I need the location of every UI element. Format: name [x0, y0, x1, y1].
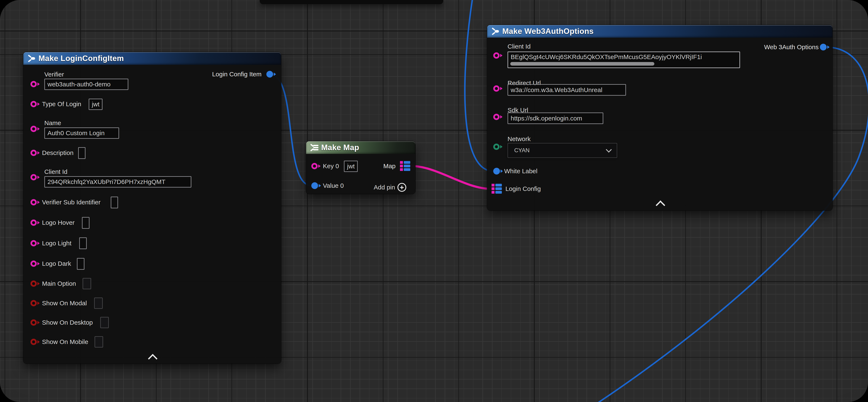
- logo-dark-input[interactable]: [77, 258, 85, 270]
- value-0-pin[interactable]: [311, 182, 321, 189]
- node-make-map[interactable]: Make MapKey 0jwtValue 0MapAdd pin+: [306, 141, 415, 194]
- description-pin[interactable]: [30, 149, 40, 156]
- pin-arrow: [37, 82, 40, 86]
- pin-arrow: [37, 282, 40, 285]
- key-0-input[interactable]: jwt: [344, 161, 358, 172]
- login-config-item-output-pin[interactable]: [267, 71, 276, 78]
- show-on-mobile-pin[interactable]: [30, 339, 40, 345]
- client-id-pin[interactable]: [493, 52, 502, 59]
- pin-arrow: [37, 176, 40, 179]
- network-pin[interactable]: [493, 143, 502, 150]
- show-on-desktop-label: Show On Desktop: [42, 318, 93, 326]
- sdk-url-value: https://sdk.openlogin.com: [511, 115, 582, 122]
- type-of-login-label: Type Of Login: [42, 100, 81, 108]
- key-0-pin[interactable]: [311, 163, 320, 169]
- node-make-web3auth-options[interactable]: Make Web3AuthOptionsClient IdBEglQSgt4cU…: [487, 25, 833, 210]
- verifier-input[interactable]: web3auth-auth0-demo: [44, 79, 128, 90]
- blueprint-graph-canvas[interactable]: Make LoginConfigItemVerifierweb3auth-aut…: [0, 0, 868, 402]
- node-title: Make Map: [321, 143, 359, 152]
- node-header-make-map[interactable]: Make Map: [306, 141, 415, 154]
- pin-circle: [493, 114, 500, 120]
- pin-circle: [493, 144, 500, 150]
- map-value-cell: [495, 187, 502, 190]
- login-config-pin[interactable]: [492, 184, 502, 194]
- map-output-label: Map: [383, 162, 396, 170]
- main-option-pin[interactable]: [30, 280, 40, 287]
- node-title: Make LoginConfigItem: [38, 54, 124, 63]
- main-option-checkbox[interactable]: [83, 278, 91, 289]
- name-input[interactable]: Auth0 Custom Login: [44, 127, 119, 139]
- map-key-cell: [400, 165, 403, 167]
- description-input[interactable]: [78, 147, 86, 159]
- pin-circle: [30, 339, 37, 345]
- pin-arrow: [318, 165, 320, 168]
- collapse-node-button[interactable]: [148, 354, 157, 363]
- show-on-modal-pin[interactable]: [30, 300, 40, 307]
- pin-circle: [30, 150, 37, 156]
- client-id-input[interactable]: BEglQSgt4cUWcj6SKRdu5QkOXTsePmMcusG5EAoy…: [507, 52, 740, 68]
- value-0-label: Value 0: [323, 182, 344, 190]
- logo-hover-pin[interactable]: [30, 219, 40, 226]
- pin-arrow: [37, 262, 40, 265]
- pin-circle: [30, 240, 37, 247]
- verifier-pin[interactable]: [30, 81, 40, 87]
- name-label: Name: [44, 119, 61, 127]
- sdk-url-pin[interactable]: [493, 114, 502, 120]
- offscreen-node-bottom-edge[interactable]: [260, 0, 443, 4]
- client-id-value: BEglQSgt4cUWcj6SKRdu5QkOXTsePmMcusG5EAoy…: [511, 53, 702, 61]
- pin-arrow: [37, 151, 40, 154]
- pin-arrow: [500, 145, 502, 148]
- pin-arrow: [37, 340, 40, 344]
- client-id-input[interactable]: 294QRkchfq2YaXUbPri7D6PH7xzHgQMT: [44, 176, 191, 188]
- map-key-cell: [492, 184, 495, 186]
- verifier-sub-identifier-pin[interactable]: [30, 199, 40, 206]
- pin-arrow: [319, 184, 321, 187]
- client-id-scrollbar[interactable]: [510, 62, 654, 66]
- add-pin-button[interactable]: +: [398, 183, 406, 192]
- collapse-node-button[interactable]: [656, 200, 665, 210]
- client-id-label: Client Id: [507, 42, 531, 51]
- client-id-pin[interactable]: [30, 174, 40, 181]
- pin-arrow: [500, 115, 502, 119]
- pin-circle: [30, 174, 37, 180]
- pin-circle: [30, 300, 37, 306]
- map-key-cell: [400, 161, 403, 164]
- redirect-url-pin[interactable]: [493, 85, 502, 92]
- logo-hover-input[interactable]: [82, 217, 90, 229]
- redirect-url-value: w3a://com.w3a.Web3AuthUnreal: [511, 86, 602, 93]
- node-make-login-config-item[interactable]: Make LoginConfigItemVerifierweb3auth-aut…: [23, 52, 281, 364]
- logo-light-input[interactable]: [79, 237, 87, 249]
- network-dropdown[interactable]: CYAN: [507, 143, 617, 158]
- web-3auth-options-output-pin[interactable]: [820, 44, 830, 51]
- show-on-desktop-pin[interactable]: [30, 319, 40, 326]
- type-of-login-input[interactable]: jwt: [89, 98, 102, 110]
- logo-dark-pin[interactable]: [30, 260, 40, 267]
- pin-arrow: [37, 201, 40, 204]
- logo-dark-label: Logo Dark: [42, 260, 71, 268]
- show-on-mobile-checkbox[interactable]: [95, 336, 103, 348]
- pin-circle: [267, 71, 273, 78]
- map-key-cell: [400, 168, 403, 171]
- client-id-label: Client Id: [44, 168, 67, 176]
- map-value-cell: [404, 161, 410, 164]
- name-pin[interactable]: [30, 125, 40, 132]
- node-header-make-login-config-item[interactable]: Make LoginConfigItem: [23, 52, 281, 65]
- pin-circle: [30, 281, 37, 287]
- node-title: Make Web3AuthOptions: [502, 27, 594, 36]
- node-header-make-web3auth-options[interactable]: Make Web3AuthOptions: [487, 25, 833, 38]
- show-on-modal-checkbox[interactable]: [94, 297, 103, 309]
- logo-light-pin[interactable]: [30, 240, 40, 247]
- type-of-login-pin[interactable]: [30, 101, 40, 108]
- white-label-pin[interactable]: [493, 168, 503, 174]
- show-on-desktop-checkbox[interactable]: [100, 317, 109, 328]
- redirect-url-input[interactable]: w3a://com.w3a.Web3AuthUnreal: [507, 84, 626, 96]
- pin-circle: [30, 126, 37, 132]
- sdk-url-input[interactable]: https://sdk.openlogin.com: [507, 113, 603, 124]
- pin-arrow: [827, 46, 830, 49]
- pin-arrow: [501, 169, 503, 173]
- verifier-sub-identifier-input[interactable]: [111, 197, 118, 208]
- map-output-pin[interactable]: [400, 161, 410, 171]
- add-pin-label: Add pin: [374, 183, 395, 191]
- wire-map-to-login-config[interactable]: [410, 166, 491, 189]
- name-value: Auth0 Custom Login: [48, 130, 104, 137]
